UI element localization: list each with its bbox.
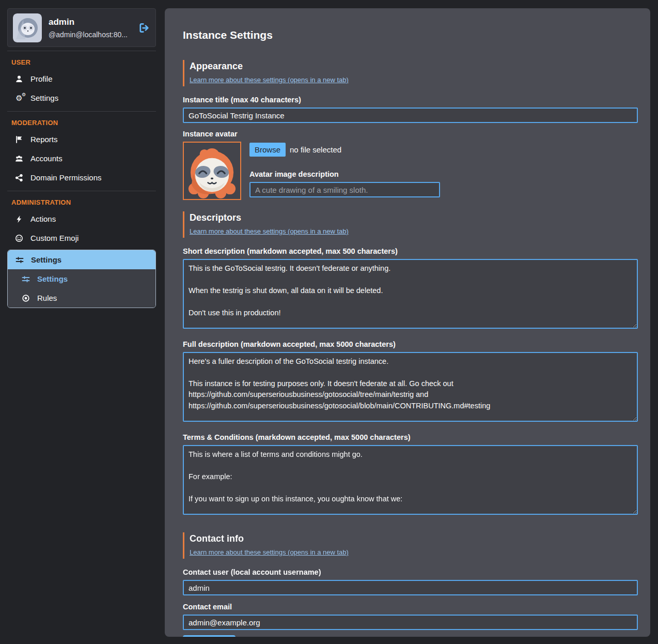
settings-menu-group: Settings Settings Rules <box>7 250 156 308</box>
appearance-learn-more-link[interactable]: Learn more about these settings (opens i… <box>190 76 349 84</box>
sidebar-item-domain-permissions[interactable]: Domain Permissions <box>7 168 156 187</box>
avatar-description-input[interactable] <box>249 182 440 197</box>
circle-dot-icon <box>21 294 30 302</box>
contact-email-input[interactable] <box>183 615 638 630</box>
descriptors-learn-more-link[interactable]: Learn more about these settings (opens i… <box>190 227 349 235</box>
sidebar-item-label: Actions <box>30 214 56 223</box>
logout-icon[interactable] <box>137 21 150 35</box>
sidebar-item-label: Reports <box>30 135 58 144</box>
terms-textarea[interactable] <box>183 445 638 515</box>
instance-avatar-label: Instance avatar <box>183 130 638 138</box>
browse-button[interactable]: Browse <box>249 143 286 157</box>
sidebar-item-label: Custom Emoji <box>30 234 79 242</box>
sidebar-item-label: Domain Permissions <box>30 173 102 182</box>
sloth-avatar-orange <box>184 143 240 199</box>
flag-icon <box>14 135 24 144</box>
instance-title-input[interactable] <box>183 108 638 123</box>
page: admin @admin@localhost:80... USER Profil… <box>0 0 658 644</box>
gears-icon: ⚙⚙ <box>14 94 24 102</box>
sidebar-item-user-settings[interactable]: ⚙⚙ Settings <box>7 88 156 108</box>
divider <box>7 191 156 191</box>
sidebar-item-label: Settings <box>37 274 68 283</box>
instance-settings-panel: Instance Settings Appearance Learn more … <box>165 8 650 637</box>
share-nodes-icon <box>14 174 24 182</box>
contact-section-header: Contact info Learn more about these sett… <box>183 532 638 559</box>
sidebar-subitem-rules[interactable]: Rules <box>8 288 155 308</box>
descriptors-section-header: Descriptors Learn more about these setti… <box>183 211 638 238</box>
contact-user-label: Contact user (local account username) <box>183 568 638 576</box>
sidebar-item-label: Settings <box>31 255 61 264</box>
user-icon <box>14 75 24 83</box>
sidebar-item-actions[interactable]: Actions <box>7 209 156 228</box>
full-description-textarea[interactable] <box>183 352 638 422</box>
sidebar-subitem-settings[interactable]: Settings <box>8 269 155 288</box>
divider <box>7 111 156 112</box>
smiley-icon <box>14 234 24 242</box>
sidebar-item-label: Profile <box>30 74 53 83</box>
instance-avatar-row: Browse no file selected Avatar image des… <box>183 142 638 200</box>
section-label-administration: ADMINISTRATION <box>7 194 156 209</box>
instance-avatar-image <box>183 142 241 200</box>
full-description-label: Full description (markdown accepted, max… <box>183 340 638 348</box>
avatar-description-label: Avatar image description <box>249 170 440 178</box>
bolt-icon <box>14 215 24 223</box>
sliders-icon <box>15 256 24 264</box>
sidebar-item-custom-emoji[interactable]: Custom Emoji <box>7 228 156 248</box>
page-title: Instance Settings <box>183 29 638 41</box>
contact-user-input[interactable] <box>183 580 638 595</box>
sloth-avatar-gray <box>13 13 42 42</box>
sliders-icon <box>21 275 30 283</box>
sidebar-item-reports[interactable]: Reports <box>7 130 156 149</box>
user-meta: admin @admin@localhost:80... <box>49 17 130 39</box>
sidebar-item-label: Rules <box>37 294 57 302</box>
sidebar-item-label: Accounts <box>30 154 62 163</box>
sidebar-item-label: Settings <box>30 94 58 102</box>
short-description-textarea[interactable] <box>183 259 638 329</box>
section-label-user: USER <box>7 54 156 69</box>
user-avatar <box>13 13 42 42</box>
descriptors-heading: Descriptors <box>190 212 638 223</box>
divider <box>7 51 156 51</box>
sidebar: admin @admin@localhost:80... USER Profil… <box>0 0 164 644</box>
save-button[interactable]: Save <box>183 635 236 637</box>
user-display-name: admin <box>49 17 130 27</box>
settings-submenu: Settings Rules <box>8 269 155 308</box>
section-label-moderation: MODERATION <box>7 115 156 130</box>
user-handle: @admin@localhost:80... <box>49 30 130 39</box>
contact-heading: Contact info <box>190 533 638 544</box>
file-selected-status: no file selected <box>290 145 341 154</box>
instance-title-label: Instance title (max 40 characters) <box>183 96 638 104</box>
appearance-heading: Appearance <box>190 61 638 72</box>
user-card[interactable]: admin @admin@localhost:80... <box>7 8 156 47</box>
terms-label: Terms & Conditions (markdown accepted, m… <box>183 433 638 441</box>
sidebar-item-accounts[interactable]: Accounts <box>7 149 156 168</box>
appearance-section-header: Appearance Learn more about these settin… <box>183 60 638 86</box>
file-picker-row: Browse no file selected <box>249 143 440 157</box>
contact-email-label: Contact email <box>183 603 638 611</box>
sidebar-item-profile[interactable]: Profile <box>7 69 156 88</box>
contact-learn-more-link[interactable]: Learn more about these settings (opens i… <box>190 548 349 556</box>
users-icon <box>14 155 24 163</box>
sidebar-item-admin-settings[interactable]: Settings <box>8 250 155 269</box>
short-description-label: Short description (markdown accepted, ma… <box>183 247 638 255</box>
avatar-upload-column: Browse no file selected Avatar image des… <box>249 142 440 200</box>
